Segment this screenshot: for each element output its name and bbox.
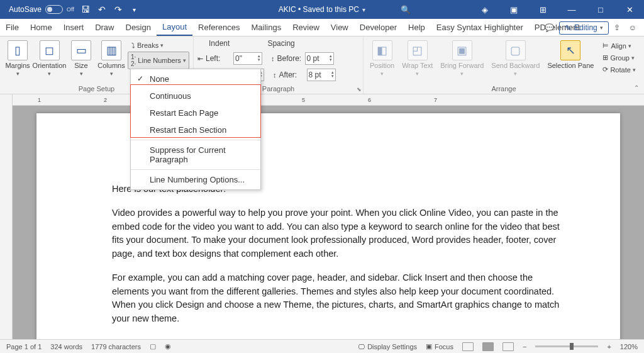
- web-layout-icon[interactable]: [502, 342, 514, 351]
- menu-separator: [131, 140, 260, 140]
- line-numbers-none[interactable]: ✓ None: [131, 70, 260, 87]
- orientation-button[interactable]: ◻ Orientation ▾: [34, 39, 65, 78]
- page[interactable]: Here is our text placeholder: Video prov…: [36, 113, 620, 339]
- size-button[interactable]: ▭ Size ▾: [67, 39, 95, 78]
- tab-easysyntax[interactable]: Easy Syntax Highlighter: [431, 19, 529, 36]
- page-count[interactable]: Page 1 of 1: [6, 343, 42, 350]
- spacing-before-icon: ↕: [271, 55, 275, 62]
- spacing-after-icon: ↕: [273, 71, 277, 79]
- spell-check-icon[interactable]: ▢: [150, 342, 156, 350]
- redo-icon[interactable]: ↷: [113, 4, 123, 14]
- wrap-text-icon: ◰: [408, 40, 428, 60]
- tab-layout[interactable]: Layout: [157, 19, 192, 36]
- qa-more-icon[interactable]: ▾: [130, 4, 140, 14]
- save-icon[interactable]: 🖫: [80, 4, 91, 14]
- paragraph-launcher[interactable]: ⬊: [357, 86, 362, 92]
- display-settings-button[interactable]: 🖵 Display Settings: [358, 343, 417, 350]
- editing-mode-button[interactable]: Editing ▾: [559, 21, 609, 35]
- breaks-button[interactable]: ⤵ Breaks ▾: [128, 40, 189, 50]
- toggle-off-icon: [45, 5, 63, 14]
- read-mode-icon[interactable]: [462, 342, 474, 351]
- group-icon: ⊞: [602, 53, 608, 62]
- document-text[interactable]: Video provides a powerful way to help yo…: [112, 206, 560, 261]
- print-layout-icon[interactable]: [482, 342, 494, 351]
- line-numbers-restart-page[interactable]: Restart Each Page: [131, 104, 260, 121]
- panel-icon[interactable]: ⊞: [528, 0, 557, 19]
- rotate-button[interactable]: ⟳Rotate▾: [599, 64, 639, 75]
- tab-insert[interactable]: Insert: [58, 19, 90, 36]
- undo-icon[interactable]: ↶: [97, 4, 107, 14]
- document-text[interactable]: For example, you can add a matching cove…: [112, 271, 560, 326]
- columns-icon: ▥: [101, 40, 121, 60]
- document-area[interactable]: Here is our text placeholder: Video prov…: [13, 106, 644, 339]
- align-button[interactable]: ⊨Align▾: [599, 40, 639, 51]
- size-icon: ▭: [71, 40, 91, 60]
- menu-separator: [131, 169, 260, 170]
- app-icon[interactable]: ▣: [499, 0, 528, 19]
- position-button[interactable]: ◧ Position▾: [367, 39, 397, 78]
- group-button[interactable]: ⊞Group▾: [599, 52, 639, 63]
- send-backward-button[interactable]: ▢ Send Backward▾: [489, 39, 542, 78]
- close-button[interactable]: ✕: [615, 0, 644, 19]
- tab-design[interactable]: Design: [120, 19, 157, 36]
- tab-draw[interactable]: Draw: [89, 19, 119, 36]
- indent-left-input[interactable]: 0": [233, 52, 262, 65]
- workspace: 1234567 Here is our text placeholder: Vi…: [0, 94, 644, 339]
- diamond-icon[interactable]: ◈: [470, 0, 499, 19]
- collapse-ribbon-icon[interactable]: ⌃: [634, 84, 639, 91]
- zoom-in-button[interactable]: +: [607, 343, 611, 350]
- ribbon: ▯ Margins ▾ ◻ Orientation ▾ ▭ Size ▾ ▥ C…: [0, 36, 644, 94]
- tab-review[interactable]: Review: [287, 19, 325, 36]
- selection-pane-icon: ↖: [560, 40, 580, 60]
- selection-pane-button[interactable]: ↖ Selection Pane: [545, 39, 596, 70]
- breaks-icon: ⤵: [131, 42, 135, 49]
- document-title[interactable]: AKIC • Saved to this PC ▾: [279, 5, 366, 14]
- chevron-down-icon: ▾: [600, 25, 603, 31]
- line-numbers-continuous[interactable]: Continuous: [131, 87, 260, 104]
- statusbar: Page 1 of 1 324 words 1779 characters ▢ …: [0, 339, 644, 353]
- search-icon[interactable]: 🔍: [391, 0, 420, 19]
- focus-button[interactable]: ▣ Focus: [426, 342, 453, 350]
- zoom-level[interactable]: 120%: [620, 343, 638, 350]
- margins-button[interactable]: ▯ Margins ▾: [4, 39, 31, 78]
- line-numbers-suppress[interactable]: Suppress for Current Paragraph: [131, 142, 260, 168]
- tab-mailings[interactable]: Mailings: [246, 19, 287, 36]
- char-count[interactable]: 1779 characters: [91, 343, 141, 350]
- ribbon-tabs: File Home Insert Draw Design Layout Refe…: [0, 19, 644, 36]
- horizontal-ruler[interactable]: 1234567: [13, 94, 644, 106]
- tab-developer[interactable]: Developer: [354, 19, 402, 36]
- tab-references[interactable]: References: [192, 19, 245, 36]
- titlebar: AutoSave Off 🖫 ↶ ↷ ▾ AKIC • Saved to thi…: [0, 0, 644, 19]
- share-icon[interactable]: ⇪: [610, 22, 624, 33]
- autosave-toggle[interactable]: AutoSave Off: [9, 5, 74, 14]
- account-icon[interactable]: ☺: [625, 22, 640, 33]
- align-icon: ⊨: [602, 42, 609, 50]
- comments-icon[interactable]: 💬: [541, 22, 558, 33]
- wrap-text-button[interactable]: ◰ Wrap Text▾: [399, 39, 435, 78]
- vertical-ruler[interactable]: [0, 94, 13, 339]
- send-backward-icon: ▢: [506, 40, 526, 60]
- tab-home[interactable]: Home: [25, 19, 58, 36]
- chevron-down-icon: ▾: [362, 6, 365, 13]
- line-numbers-button[interactable]: 1·2· Line Numbers ▾: [128, 52, 189, 69]
- spacing-after-input[interactable]: 8 pt: [307, 69, 336, 81]
- tab-help[interactable]: Help: [402, 19, 431, 36]
- bring-forward-button[interactable]: ▣ Bring Forward▾: [438, 39, 486, 78]
- accessibility-icon[interactable]: ◉: [165, 342, 171, 350]
- tab-view[interactable]: View: [325, 19, 354, 36]
- columns-button[interactable]: ▥ Columns ▾: [97, 39, 125, 78]
- group-label-arrange: Arrange: [367, 85, 640, 94]
- spacing-before-input[interactable]: 0 pt: [305, 52, 334, 65]
- tab-file[interactable]: File: [0, 19, 25, 36]
- maximize-button[interactable]: □: [586, 0, 615, 19]
- line-numbers-options[interactable]: Line Numbering Options...: [131, 171, 260, 188]
- line-numbers-dropdown: ✓ None Continuous Restart Each Page Rest…: [130, 69, 261, 190]
- orientation-icon: ◻: [40, 40, 60, 60]
- margins-icon: ▯: [8, 40, 28, 60]
- minimize-button[interactable]: —: [557, 0, 586, 19]
- zoom-out-button[interactable]: −: [523, 343, 526, 350]
- word-count[interactable]: 324 words: [50, 343, 82, 350]
- pencil-icon: [565, 23, 572, 33]
- line-numbers-restart-section[interactable]: Restart Each Section: [131, 121, 260, 138]
- zoom-slider[interactable]: [535, 345, 598, 347]
